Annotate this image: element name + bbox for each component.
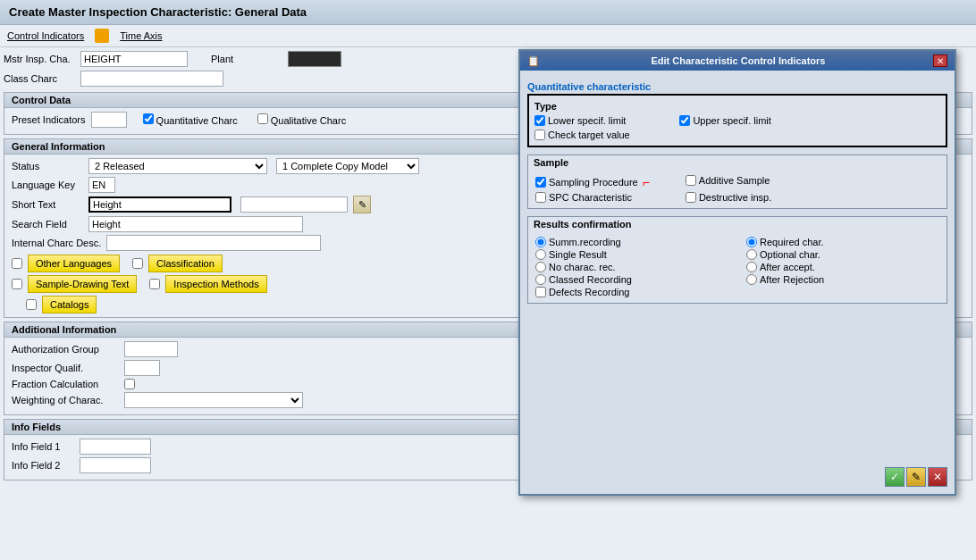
auth-group-input[interactable] [124, 341, 178, 357]
quantitative-charc-label: Quantitative Charc [156, 115, 238, 126]
after-accept-radio[interactable] [746, 262, 757, 272]
additive-sample-checkbox[interactable] [686, 175, 696, 186]
results-section: Results confirmation Summ.recording Sing… [527, 216, 947, 304]
info-field-1-input[interactable] [80, 439, 151, 455]
sample-section-content: Sampling Procedure ⌐ Additive Sample [528, 170, 947, 208]
dialog-footer: ✓ ✎ ✕ [885, 467, 947, 487]
defects-recording-row: Defects Recording [535, 287, 728, 297]
upper-specif-row: Upper specif. limit [679, 115, 770, 126]
short-text-extra[interactable] [240, 196, 348, 213]
dialog-title-bar: 📋 Edit Characteristic Control Indicators… [520, 51, 955, 71]
catalogs-button[interactable]: Catalogs [42, 296, 97, 313]
single-result-radio[interactable] [535, 249, 546, 260]
after-accept-text: After accept. [760, 262, 815, 272]
title-bar: Create Master Inspection Characteristic:… [0, 0, 976, 25]
destructive-insp-checkbox[interactable] [686, 192, 696, 203]
sampling-procedure-label: Sampling Procedure ⌐ [535, 175, 650, 189]
catalogs-checkbox[interactable] [26, 299, 37, 310]
status-dropdown[interactable]: 2 Released [88, 158, 267, 174]
dialog-edit-button[interactable]: ✎ [906, 467, 926, 487]
internal-charc-label: Internal Charc Desc. [12, 238, 101, 248]
other-languages-button[interactable]: Other Languages [28, 255, 120, 272]
menu-time-axis[interactable]: Time Axis [120, 30, 162, 41]
additive-sample-item: Additive Sample [686, 175, 770, 189]
copy-model-dropdown[interactable]: 1 Complete Copy Model [276, 158, 419, 174]
search-field-label: Search Field [12, 219, 83, 230]
info-field-1-label: Info Field 1 [12, 441, 74, 452]
optional-char-text: Optional char. [760, 249, 820, 260]
upper-specif-label: Upper specif. limit [679, 115, 770, 126]
plant-label: Plant [211, 54, 282, 64]
inspector-label: Inspector Qualif. [12, 363, 119, 373]
sample-section: Sample Sampling Procedure ⌐ [527, 155, 947, 209]
summ-recording-radio[interactable] [535, 237, 546, 247]
fraction-label: Fraction Calculation [12, 379, 119, 389]
classed-recording-radio[interactable] [535, 274, 546, 285]
sample-section-title: Sample [528, 155, 947, 170]
info-field-2-label: Info Field 2 [12, 460, 74, 471]
qualitative-checkbox[interactable] [257, 113, 268, 124]
sampling-procedure-text: Sampling Procedure [549, 177, 638, 188]
dialog-ok-button[interactable]: ✓ [885, 467, 904, 487]
mstr-label: Mstr Insp. Cha. [4, 54, 75, 64]
required-char-radio[interactable] [746, 237, 757, 247]
sample-drawing-checkbox[interactable] [12, 279, 22, 289]
defects-recording-text: Defects Recording [549, 287, 630, 297]
preset-input[interactable] [91, 112, 127, 128]
sample-drawing-button[interactable]: Sample-Drawing Text [28, 275, 137, 293]
classification-button[interactable]: Classification [148, 255, 223, 272]
mstr-input[interactable] [80, 51, 188, 67]
other-lang-checkbox[interactable] [12, 258, 22, 269]
spc-characteristic-checkbox[interactable] [535, 192, 546, 203]
quantitative-checkbox[interactable] [143, 113, 154, 124]
dialog-edit-control-indicators: 📋 Edit Characteristic Control Indicators… [518, 49, 956, 496]
check-target-label: Check target value [534, 130, 940, 140]
search-field-input[interactable] [88, 216, 303, 232]
inspection-methods-checkbox[interactable] [149, 279, 160, 289]
required-char-row: Required char. [746, 237, 939, 247]
inspector-input[interactable] [124, 360, 160, 376]
destructive-insp-text: Destructive insp. [699, 192, 771, 203]
check-target-checkbox[interactable] [534, 130, 545, 140]
classification-checkbox[interactable] [132, 258, 143, 269]
menu-control-indicators[interactable]: Control Indicators [7, 30, 84, 41]
results-left: Summ.recording Single Result No charac. … [535, 237, 728, 297]
classed-recording-row: Classed Recording [535, 274, 728, 285]
after-accept-row: After accept. [746, 262, 939, 272]
lower-specif-checkbox[interactable] [534, 115, 545, 126]
type-checkboxes: Lower specif. limit Upper specif. limit [534, 115, 940, 126]
defects-recording-checkbox[interactable] [535, 287, 546, 297]
info-field-2-input[interactable] [80, 457, 151, 473]
dialog-cancel-button[interactable]: ✕ [928, 467, 947, 487]
optional-char-row: Optional char. [746, 249, 939, 260]
destructive-insp-item: Destructive insp. [686, 192, 771, 203]
upper-specif-text: Upper specif. limit [693, 115, 770, 126]
page-title: Create Master Inspection Characteristic:… [9, 5, 307, 19]
fraction-checkbox[interactable] [124, 379, 135, 389]
quantitative-label: Quantitative characteristic [527, 78, 947, 94]
spc-characteristic-label: SPC Characteristic [535, 192, 632, 203]
inspection-methods-button[interactable]: Inspection Methods [165, 275, 266, 293]
dialog-close-button[interactable]: ✕ [933, 54, 947, 67]
preset-label: Preset Indicators [12, 114, 86, 125]
class-charc-input[interactable] [80, 71, 223, 87]
sample-row-2: SPC Characteristic Destructive insp. [535, 192, 939, 203]
no-charac-radio[interactable] [535, 262, 546, 272]
upper-specif-checkbox[interactable] [679, 115, 690, 126]
internal-charc-input[interactable] [106, 235, 321, 251]
weighting-label: Weighting of Charac. [12, 395, 119, 405]
short-text-input[interactable] [88, 196, 231, 213]
single-result-row: Single Result [535, 249, 728, 260]
optional-char-radio[interactable] [746, 249, 757, 260]
required-char-text: Required char. [760, 237, 824, 247]
sample-row-1: Sampling Procedure ⌐ Additive Sample [535, 175, 939, 189]
language-input[interactable] [88, 177, 115, 193]
lower-specif-label: Lower specif. limit [534, 115, 626, 126]
edit-text-button[interactable]: ✎ [353, 196, 371, 213]
results-right: Required char. Optional char. After acce… [746, 237, 939, 297]
sampling-procedure-checkbox[interactable] [535, 177, 546, 188]
after-rejection-radio[interactable] [746, 274, 757, 285]
type-box: Type Lower specif. limit Upper specif. l… [527, 94, 947, 147]
weighting-dropdown[interactable] [124, 392, 303, 408]
plant-input [288, 51, 341, 67]
